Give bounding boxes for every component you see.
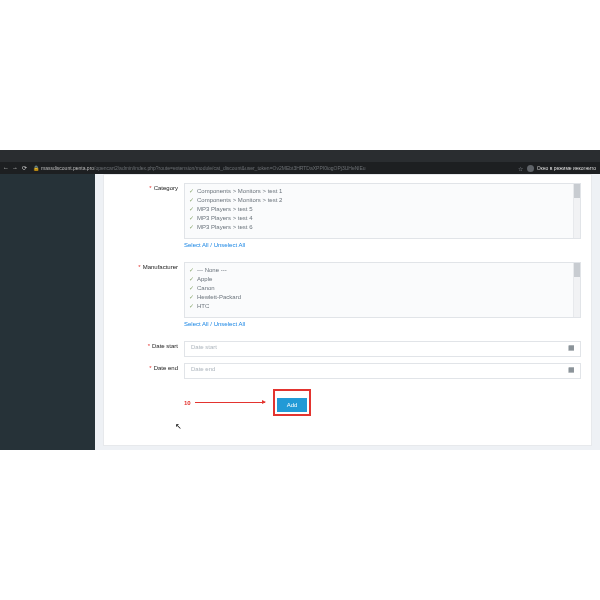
reload-icon[interactable]: ⟳ xyxy=(21,165,27,171)
admin-sidebar xyxy=(0,174,95,450)
annotation-number: 10 xyxy=(184,400,191,406)
annotation-step-10: 10 Add xyxy=(184,389,581,416)
form-panel: *Category ✓Components > Monitors > test … xyxy=(103,174,592,446)
label-date-start: *Date start xyxy=(114,341,184,357)
browser-tabbar xyxy=(0,150,600,162)
label-category: *Category xyxy=(114,183,184,256)
browser-toolbar: ← → ⟳ 🔒 massdiscount.penta.pro/opencart2… xyxy=(0,162,600,174)
list-item: ✓Components > Monitors > test 1 xyxy=(189,186,576,195)
cursor-icon: ↖ xyxy=(175,422,182,431)
select-all-link[interactable]: Select All xyxy=(184,321,209,327)
viewport: ← → ⟳ 🔒 massdiscount.penta.pro/opencart2… xyxy=(0,150,600,450)
category-listbox[interactable]: ✓Components > Monitors > test 1 ✓Compone… xyxy=(184,183,581,239)
address-bar[interactable]: massdiscount.penta.pro/opencart2/admin/i… xyxy=(41,165,366,171)
calendar-icon[interactable]: ▦ xyxy=(568,366,575,374)
select-all-link[interactable]: Select All xyxy=(184,242,209,248)
unselect-all-link[interactable]: Unselect All xyxy=(214,242,245,248)
list-item: ✓Components > Monitors > test 2 xyxy=(189,195,576,204)
check-icon: ✓ xyxy=(189,284,194,291)
forward-icon[interactable]: → xyxy=(12,165,18,171)
check-icon: ✓ xyxy=(189,275,194,282)
add-button[interactable]: Add xyxy=(277,398,308,412)
arrow-icon xyxy=(195,402,265,403)
unselect-all-link[interactable]: Unselect All xyxy=(214,321,245,327)
check-icon: ✓ xyxy=(189,187,194,194)
list-item: ✓MP3 Players > test 6 xyxy=(189,222,576,231)
check-icon: ✓ xyxy=(189,223,194,230)
check-icon: ✓ xyxy=(189,205,194,212)
signin-label[interactable]: Окно в режиме инкогнито xyxy=(537,165,596,171)
list-item: ✓Canon xyxy=(189,283,576,292)
back-icon[interactable]: ← xyxy=(3,165,9,171)
lock-icon: 🔒 xyxy=(33,165,39,171)
scrollbar[interactable] xyxy=(573,263,580,317)
label-manufacturer: *Manufacturer xyxy=(114,262,184,335)
bookmark-icon[interactable]: ☆ xyxy=(518,165,523,172)
list-item: ✓HTC xyxy=(189,301,576,310)
date-start-input[interactable]: Date start ▦ xyxy=(184,341,581,357)
list-item: ✓--- None --- xyxy=(189,265,576,274)
check-icon: ✓ xyxy=(189,302,194,309)
check-icon: ✓ xyxy=(189,266,194,273)
profile-avatar[interactable] xyxy=(527,165,534,172)
manufacturer-listbox[interactable]: ✓--- None --- ✓Apple ✓Canon ✓Hewlett-Pac… xyxy=(184,262,581,318)
date-end-input[interactable]: Date end ▦ xyxy=(184,363,581,379)
scrollbar[interactable] xyxy=(573,184,580,238)
list-item: ✓MP3 Players > test 5 xyxy=(189,204,576,213)
list-item: ✓Hewlett-Packard xyxy=(189,292,576,301)
list-item: ✓MP3 Players > test 4 xyxy=(189,213,576,222)
check-icon: ✓ xyxy=(189,293,194,300)
main-content: *Category ✓Components > Monitors > test … xyxy=(95,174,600,450)
check-icon: ✓ xyxy=(189,196,194,203)
label-date-end: *Date end xyxy=(114,363,184,379)
annotation-highlight: Add xyxy=(273,389,312,416)
list-item: ✓Apple xyxy=(189,274,576,283)
check-icon: ✓ xyxy=(189,214,194,221)
calendar-icon[interactable]: ▦ xyxy=(568,344,575,352)
